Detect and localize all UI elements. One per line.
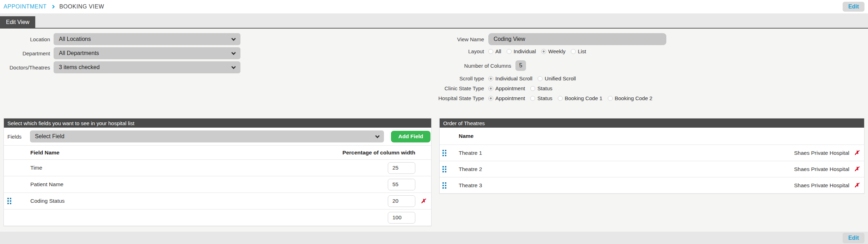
doctors-theatres-row: Doctors/Theatres 3 items checked [0, 61, 240, 73]
theatre-name: Theatre 1 [449, 150, 794, 156]
add-field-button[interactable]: Add Field [391, 131, 430, 142]
breadcrumb: APPOINTMENT BOOKING VIEW [4, 4, 104, 10]
theatre-row-3: Theatre 3 Shaes Private Hospital [440, 177, 864, 193]
fields-label: Fields [7, 134, 30, 140]
radio-hospital-appointment[interactable]: Appointment [488, 95, 525, 101]
delete-icon[interactable] [854, 182, 859, 189]
hospital-state-radio-group: Appointment Status Booking Code 1 B [488, 95, 652, 101]
edit-button-bottom[interactable]: Edit [843, 233, 864, 243]
department-select[interactable]: All Departments [54, 47, 240, 59]
delete-icon[interactable] [421, 197, 426, 205]
radio-label: Status [537, 95, 552, 101]
radio-hospital-booking-code-2[interactable]: Booking Code 2 [608, 95, 653, 101]
radio-layout-weekly[interactable]: Weekly [541, 48, 566, 54]
chevron-down-icon [231, 65, 236, 69]
radio-icon [571, 49, 576, 54]
footer-bar: Edit [0, 232, 868, 244]
doctors-theatres-label: Doctors/Theatres [0, 65, 54, 71]
table-row-total [4, 209, 431, 226]
filter-form: Location All Locations Department All De… [0, 33, 240, 75]
field-name-cell: Patient Name [14, 181, 384, 188]
panels-section: Select which fields you want to see in y… [0, 118, 868, 226]
radio-unified-scroll[interactable]: Unified Scroll [538, 75, 576, 81]
radio-label: All [495, 48, 501, 54]
radio-clinic-status[interactable]: Status [530, 85, 552, 91]
number-of-columns-label: Number of Columns [405, 63, 515, 69]
location-value: All Locations [59, 36, 91, 42]
width-total-input[interactable] [388, 212, 415, 224]
radio-individual-scroll[interactable]: Individual Scroll [488, 75, 532, 81]
view-name-input[interactable] [488, 33, 666, 45]
view-name-row: View Name [405, 33, 666, 45]
theatre-name: Theatre 3 [449, 182, 794, 189]
table-row-coding-status: Coding Status [4, 193, 431, 209]
radio-label: Booking Code 1 [565, 95, 603, 101]
radio-label: Individual [514, 48, 536, 54]
radio-icon [507, 49, 512, 54]
field-name-cell: Time [14, 165, 384, 171]
radio-hospital-booking-code-1[interactable]: Booking Code 1 [558, 95, 603, 101]
radio-label: Individual Scroll [495, 75, 532, 81]
theatre-name: Theatre 2 [449, 166, 794, 172]
drag-handle-icon[interactable] [442, 150, 446, 156]
doctors-theatres-select[interactable]: 3 items checked [54, 61, 240, 73]
name-column-header: Name [449, 133, 864, 139]
radio-label: Weekly [548, 48, 566, 54]
edit-button-top[interactable]: Edit [843, 2, 864, 12]
booking-view-page: APPOINTMENT BOOKING VIEW Edit Edit View … [0, 0, 868, 244]
scroll-type-label: Scroll type [405, 75, 488, 81]
radio-label: List [578, 48, 586, 54]
radio-clinic-appointment[interactable]: Appointment [488, 85, 525, 91]
hospital-name: Shaes Private Hospital [794, 150, 849, 156]
width-input-patient-name[interactable] [388, 179, 415, 190]
layout-radio-group: All Individual Weekly List [488, 48, 586, 54]
theatres-panel-header: Order of Theatres [440, 118, 864, 128]
breadcrumb-appointment[interactable]: APPOINTMENT [4, 4, 47, 10]
fields-panel: Select which fields you want to see in y… [4, 118, 432, 226]
field-select[interactable]: Select Field [30, 130, 384, 142]
radio-layout-all[interactable]: All [488, 48, 501, 54]
content-area: Location All Locations Department All De… [0, 29, 868, 232]
number-of-columns-row: Number of Columns 5 [405, 60, 666, 71]
radio-layout-individual[interactable]: Individual [507, 48, 536, 54]
chevron-down-icon [375, 134, 380, 138]
theatres-table-header: Name [440, 128, 864, 145]
width-input-time[interactable] [388, 162, 415, 174]
radio-icon [530, 86, 535, 91]
view-name-label: View Name [405, 36, 488, 42]
clinic-state-type-label: Clinic State Type [405, 85, 488, 91]
layout-row: Layout All Individual Weekly [405, 48, 666, 54]
department-row: Department All Departments [0, 47, 240, 59]
fields-table-header: Field Name Percentage of column width [4, 145, 431, 159]
radio-icon [541, 49, 546, 54]
top-forms: Location All Locations Department All De… [0, 29, 868, 118]
theatre-row-1: Theatre 1 Shaes Private Hospital [440, 145, 864, 161]
radio-label: Appointment [495, 85, 525, 91]
radio-label: Unified Scroll [545, 75, 576, 81]
location-select[interactable]: All Locations [54, 33, 240, 45]
radio-icon [530, 96, 535, 101]
radio-label: Booking Code 2 [615, 95, 653, 101]
radio-label: Status [537, 85, 552, 91]
doctors-theatres-value: 3 items checked [59, 64, 100, 71]
delete-icon[interactable] [854, 149, 859, 157]
radio-label: Appointment [495, 95, 525, 101]
width-input-coding-status[interactable] [388, 195, 415, 207]
tab-edit-view[interactable]: Edit View [0, 16, 35, 28]
breadcrumb-booking-view: BOOKING VIEW [59, 4, 104, 10]
hospital-state-type-row: Hospital State Type Appointment Status [405, 95, 666, 101]
delete-icon[interactable] [854, 165, 859, 173]
drag-handle-icon[interactable] [442, 182, 446, 189]
radio-hospital-status[interactable]: Status [530, 95, 552, 101]
number-of-columns-value[interactable]: 5 [515, 60, 526, 71]
drag-handle-icon[interactable] [442, 166, 446, 172]
chevron-down-icon [231, 50, 236, 55]
hospital-state-type-label: Hospital State Type [405, 95, 488, 101]
department-value: All Departments [59, 50, 99, 56]
clinic-state-radio-group: Appointment Status [488, 85, 552, 91]
drag-handle-icon[interactable] [7, 198, 11, 204]
radio-layout-list[interactable]: List [571, 48, 586, 54]
chevron-right-icon [51, 5, 55, 8]
theatre-row-2: Theatre 2 Shaes Private Hospital [440, 161, 864, 177]
chevron-down-icon [231, 36, 236, 41]
